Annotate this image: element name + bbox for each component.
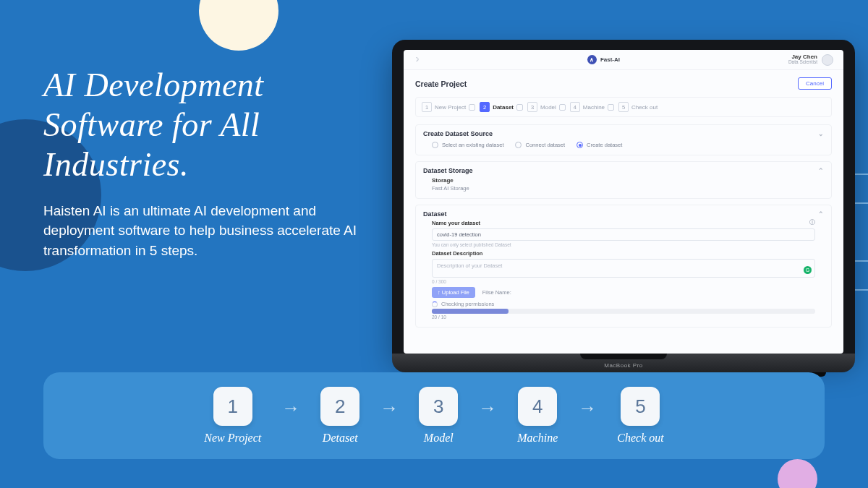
collapse-icon — [559, 104, 566, 111]
dataset-desc-textarea[interactable]: Description of your Dataset G — [432, 259, 815, 278]
storage-value: Fast AI Storage — [432, 185, 815, 192]
step-tile: 5 — [621, 387, 660, 426]
dataset-desc-count: 0 / 300 — [432, 279, 815, 284]
step-model: 3 Model — [419, 387, 458, 445]
wizard-steps: 1New Project 2Dataset 3Model 4Machine 5C… — [415, 97, 832, 117]
radio-connect-dataset[interactable]: Connect dataset — [515, 142, 565, 148]
permission-status: Checking permissions — [441, 301, 494, 307]
info-icon[interactable]: ⓘ — [809, 219, 815, 226]
storage-key: Storage — [432, 177, 815, 184]
collapse-icon — [469, 104, 475, 111]
app-brand-text: Fast-AI — [600, 56, 620, 63]
step-dataset: 2 Detaset — [320, 387, 359, 445]
hero-title-line2: Software for All — [43, 106, 260, 143]
hero-subtitle: Haisten AI is an ultimate AI develop­men… — [43, 201, 383, 261]
radio-create-dataset[interactable]: Create dataset — [576, 142, 622, 148]
step-label: Check out — [617, 432, 663, 445]
user-role: Data Scientist — [788, 60, 817, 65]
hero-title: AI Development Software for All Industri… — [43, 65, 383, 185]
chevron-up-icon[interactable]: ⌃ — [818, 167, 824, 174]
dataset-desc-label: Dataset Description — [432, 250, 482, 257]
arrow-right-icon: → — [380, 397, 399, 419]
step-label: Model — [424, 432, 454, 445]
wizard-step-machine[interactable]: 4Machine — [570, 102, 614, 112]
app-topbar: ☽ ∧ Fast-AI Jay Chen Data Scientist — [404, 50, 843, 70]
step-new-project: 1 New Project — [204, 387, 261, 445]
step-tile: 4 — [518, 387, 557, 426]
decor-circle-pink — [778, 459, 817, 488]
app-screen: ☽ ∧ Fast-AI Jay Chen Data Scientist — [404, 50, 843, 354]
app-brand: ∧ Fast-AI — [587, 55, 620, 64]
upload-progress-bar — [432, 309, 815, 314]
marketing-slide: AI Development Software for All Industri… — [0, 0, 868, 488]
hero-title-line1: AI Development — [43, 67, 264, 103]
chevron-up-icon[interactable]: ⌃ — [818, 210, 824, 218]
step-label: Detaset — [323, 432, 358, 445]
laptop-brand-text: MacBook Pro — [604, 362, 643, 369]
step-checkout: 5 Check out — [617, 387, 663, 445]
upload-file-button[interactable]: ↑ Upload File — [432, 287, 475, 298]
avatar[interactable] — [822, 54, 833, 66]
dataset-name-input[interactable]: covid-19 detection — [432, 228, 815, 241]
hero-block: AI Development Software for All Industri… — [43, 65, 383, 260]
dataset-name-label: Name your dataset — [432, 220, 480, 226]
dataset-name-hint: You can only select published Dataset — [432, 242, 815, 247]
step-tile: 2 — [320, 387, 359, 426]
arrow-right-icon: → — [578, 397, 597, 419]
file-name-label: Filse Name: — [482, 289, 511, 296]
grammarly-icon: G — [804, 266, 812, 274]
spinner-icon — [432, 301, 438, 307]
hero-title-period: . — [180, 146, 189, 183]
section-title: Dataset Storage — [423, 167, 473, 174]
wizard-step-dataset[interactable]: 2Dataset — [480, 102, 523, 112]
section-dataset: Dataset⌃ Name your datasetⓘ covid-19 det… — [415, 205, 832, 328]
section-title: Create Dataset Source — [423, 130, 493, 137]
app-logo-icon: ∧ — [587, 55, 597, 64]
page-title: Create Project — [415, 80, 467, 88]
wizard-step-model[interactable]: 3Model — [527, 102, 566, 112]
theme-toggle-icon[interactable]: ☽ — [414, 56, 419, 63]
step-tile: 1 — [213, 387, 252, 426]
step-tile: 3 — [419, 387, 458, 426]
wizard-step-checkout[interactable]: 5Check out — [618, 102, 658, 112]
laptop-mockup: ☽ ∧ Fast-AI Jay Chen Data Scientist — [392, 40, 855, 377]
arrow-right-icon: → — [478, 397, 497, 419]
chevron-down-icon[interactable]: ⌄ — [818, 130, 824, 137]
step-label: New Project — [204, 432, 261, 445]
wizard-step-new-project[interactable]: 1New Project — [422, 102, 475, 112]
dataset-desc-placeholder: Description of your Dataset — [437, 262, 502, 269]
arrow-right-icon: → — [281, 397, 300, 419]
step-machine: 4 Machine — [517, 387, 558, 445]
section-dataset-storage: Dataset Storage⌃ Storage Fast AI Storage — [415, 161, 832, 199]
section-dataset-source: Create Dataset Source⌄ Select an existin… — [415, 124, 832, 155]
steps-banner: 1 New Project → 2 Detaset → 3 Model → 4 … — [43, 372, 825, 459]
laptop-base: MacBook Pro — [392, 354, 855, 372]
decor-circle-cream — [199, 0, 278, 51]
step-label: Machine — [517, 432, 558, 445]
section-title: Dataset — [423, 210, 447, 218]
hero-title-line3: Industries — [43, 146, 180, 183]
cancel-button[interactable]: Cancel — [798, 77, 832, 90]
radio-existing-dataset[interactable]: Select an existing dataset — [432, 142, 503, 148]
collapse-icon — [516, 104, 523, 111]
upload-progress-text: 20 / 10 — [432, 314, 815, 320]
collapse-icon — [608, 104, 614, 111]
